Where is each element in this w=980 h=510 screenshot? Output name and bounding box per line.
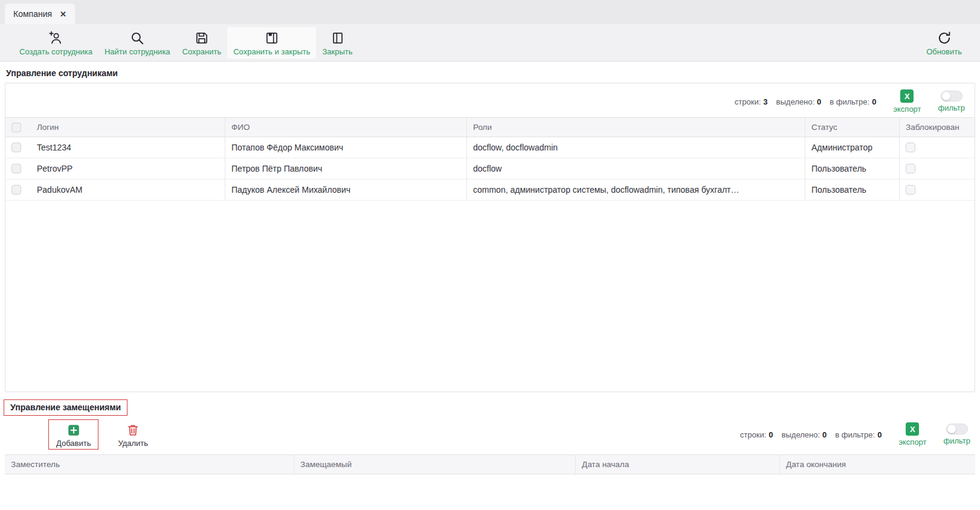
cell-status: Пользователь (805, 158, 900, 179)
col-start-date[interactable]: Дата начала (576, 455, 780, 474)
tab-close-icon[interactable]: ✕ (60, 10, 66, 18)
cell-roles: docflow (467, 158, 805, 179)
cell-blocked (900, 179, 975, 200)
save-and-close-button[interactable]: Сохранить и закрыть (227, 27, 316, 59)
cell-status: Пользователь (805, 179, 900, 200)
filter-toggle[interactable] (941, 91, 962, 102)
employees-section-title: Управление сотрудниками (6, 68, 980, 78)
add-annotation-box: Добавить (48, 419, 98, 450)
col-status[interactable]: Статус (805, 118, 900, 137)
table-row[interactable]: Test1234 Потапов Фёдор Максимович docflo… (5, 137, 975, 158)
search-icon (129, 30, 145, 46)
person-add-icon (48, 30, 63, 46)
excel-export-icon[interactable]: X (900, 89, 914, 103)
delete-label: Удалить (118, 439, 148, 448)
employees-panel: строки:3 выделено:0 в фильтре:0 X экспор… (5, 83, 975, 392)
cell-fio: Потапов Фёдор Максимович (225, 137, 467, 158)
save-button[interactable]: Сохранить (176, 27, 228, 59)
col-substitute[interactable]: Заместитель (5, 455, 294, 474)
substitutions-grid-controls: строки:0 выделено:0 в фильтре:0 X экспор… (740, 422, 970, 447)
substitutions-toolbar-left: Добавить Удалить (48, 419, 152, 450)
cell-status: Администратор (805, 137, 900, 158)
filter-control[interactable]: фильтр (944, 424, 970, 445)
tab-bar: Компания ✕ (0, 0, 980, 24)
find-employee-label: Найти сотрудника (105, 47, 170, 56)
toggle-knob (947, 425, 956, 433)
filter-label: фильтр (938, 103, 965, 112)
employees-table-header: Логин ФИО Роли Статус Заблокирован (5, 117, 975, 137)
row-checkbox-cell (5, 158, 31, 179)
rows-stat: строки:3 (735, 97, 768, 106)
filtered-stat: в фильтре:0 (830, 97, 876, 106)
row-checkbox[interactable] (11, 185, 21, 195)
cell-fio: Петров Пётр Павлович (225, 158, 467, 179)
export-control[interactable]: X экспорт (898, 422, 926, 447)
create-employee-label: Создать сотрудника (19, 47, 92, 56)
substitutions-toolbar: Добавить Удалить строки:0 выделено:0 в ф… (0, 416, 980, 454)
selected-stat: выделено:0 (776, 97, 822, 106)
toggle-knob (942, 92, 950, 100)
col-roles[interactable]: Роли (467, 118, 805, 137)
blocked-checkbox[interactable] (906, 164, 915, 173)
refresh-button[interactable]: Обновить (920, 27, 968, 59)
export-control[interactable]: X экспорт (893, 89, 921, 114)
cell-roles: docflow, docflowadmin (467, 137, 805, 158)
rows-stat: строки:0 (740, 430, 773, 439)
cell-blocked (900, 137, 975, 158)
delete-substitution-button[interactable]: Удалить (114, 422, 152, 448)
add-label: Добавить (56, 439, 91, 448)
close-button[interactable]: Закрыть (316, 27, 358, 59)
substitutions-section-title: Управление замещениями (4, 399, 127, 416)
export-label: экспорт (898, 437, 926, 447)
add-icon (66, 423, 81, 437)
add-substitution-button[interactable]: Добавить (55, 422, 92, 448)
selected-stat: выделено:0 (782, 430, 827, 439)
filter-toggle[interactable] (946, 424, 968, 434)
save-and-close-label: Сохранить и закрыть (233, 47, 310, 56)
tab-company[interactable]: Компания ✕ (5, 4, 75, 24)
blocked-checkbox[interactable] (906, 143, 915, 152)
row-checkbox[interactable] (11, 164, 21, 173)
row-checkbox-cell (5, 179, 31, 200)
refresh-label: Обновить (926, 47, 962, 56)
cell-login: PadukovAM (31, 179, 225, 200)
find-employee-button[interactable]: Найти сотрудника (98, 27, 176, 59)
row-checkbox[interactable] (11, 143, 21, 152)
trash-icon (126, 423, 140, 437)
door-close-icon (330, 30, 346, 46)
save-close-icon (264, 30, 280, 46)
table-row[interactable]: PetrovPP Петров Пётр Павлович docflow По… (5, 158, 975, 179)
employees-grid-controls: строки:3 выделено:0 в фильтре:0 X экспор… (5, 83, 975, 117)
close-label: Закрыть (322, 47, 352, 56)
save-icon (194, 30, 210, 46)
refresh-icon (936, 30, 952, 46)
export-label: экспорт (893, 105, 921, 114)
col-substituted[interactable]: Замещаемый (294, 455, 576, 474)
table-row[interactable]: PadukovAM Падуков Алексей Михайлович com… (5, 179, 975, 201)
excel-export-icon[interactable]: X (906, 422, 919, 436)
filtered-stat: в фильтре:0 (835, 430, 882, 439)
col-blocked[interactable]: Заблокирован (900, 118, 975, 137)
cell-login: PetrovPP (31, 158, 225, 179)
blocked-checkbox[interactable] (906, 185, 915, 195)
select-all-checkbox[interactable] (11, 123, 21, 132)
main-toolbar: Создать сотрудника Найти сотрудника Сохр… (0, 24, 980, 62)
filter-label: фильтр (944, 436, 970, 445)
row-checkbox-cell (5, 137, 31, 158)
save-label: Сохранить (182, 47, 222, 56)
cell-login: Test1234 (31, 137, 225, 158)
filter-control[interactable]: фильтр (938, 91, 965, 112)
substitutions-table-header: Заместитель Замещаемый Дата начала Дата … (5, 454, 975, 474)
cell-fio: Падуков Алексей Михайлович (225, 179, 467, 200)
employees-table-empty-area (5, 201, 975, 392)
create-employee-button[interactable]: Создать сотрудника (13, 27, 98, 59)
cell-roles: common, администратор системы, docflowad… (467, 179, 805, 200)
col-end-date[interactable]: Дата окончания (780, 455, 975, 474)
col-login[interactable]: Логин (31, 118, 225, 137)
col-fio[interactable]: ФИО (225, 118, 467, 137)
cell-blocked (900, 158, 975, 179)
header-checkbox-cell (5, 118, 31, 137)
tab-label: Компания (13, 9, 52, 19)
